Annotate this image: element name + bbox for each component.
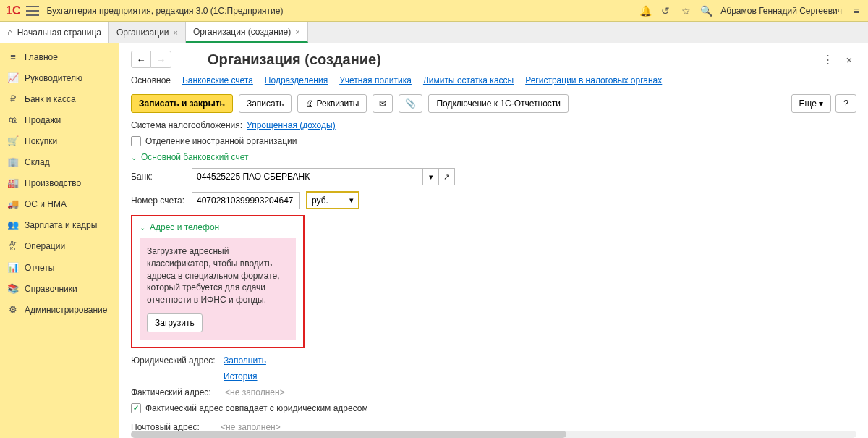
user-name[interactable]: Абрамов Геннадий Сергеевич [720,6,842,16]
connect-reporting-button[interactable]: Подключение к 1С-Отчетности [428,94,569,113]
sidebar-item-bank[interactable]: ₽Банк и касса [0,88,119,109]
section-divisions[interactable]: Подразделения [265,75,328,87]
sidebar-item-purchases[interactable]: 🛒Покупки [0,130,119,151]
legal-address-label: Юридический адрес: [131,355,218,366]
attach-button[interactable]: 📎 [399,94,422,113]
sidebar-item-sales[interactable]: 🛍Продажи [0,109,119,130]
sidebar-item-label: ОС и НМА [25,199,67,209]
foreign-branch-checkbox[interactable] [131,136,141,146]
save-close-button[interactable]: Записать и закрыть [131,94,233,113]
sidebar-item-main[interactable]: ≡Главное [0,46,119,67]
foreign-branch-label: Отделение иностранной организации [145,136,297,146]
more-icon[interactable]: ⋮ [820,52,835,67]
sidebar-item-references[interactable]: 📚Справочники [0,278,119,299]
address-hint-text: Загрузите адресный классификатор, чтобы … [147,245,289,306]
dropdown-button[interactable]: ▾ [344,193,358,208]
sidebar-item-operations[interactable]: Дт КтОперации [0,235,119,257]
account-input[interactable] [192,192,300,209]
cart-icon: 🛒 [7,135,19,146]
actual-same-checkbox[interactable]: ✓ [131,403,141,413]
paperclip-icon: 📎 [405,98,416,109]
sidebar-item-reports[interactable]: 📊Отчеты [0,257,119,278]
star-icon[interactable]: ☆ [680,5,692,17]
load-classifier-button[interactable]: Загрузить [147,313,203,332]
tabbar: ⌂ Начальная страница Организации × Орган… [0,22,868,43]
section-bank-accounts[interactable]: Банковские счета [182,75,253,87]
open-button[interactable]: ↗ [439,168,455,185]
print-icon: 🖨 [305,98,316,109]
mail-icon: ✉ [379,98,386,109]
sidebar-item-warehouse[interactable]: 🏢Склад [0,151,119,172]
close-icon[interactable]: × [842,52,856,67]
address-hint-box: Загрузите адресный классификатор, чтобы … [140,238,296,340]
requisites-button[interactable]: 🖨 Реквизиты [297,94,367,113]
sidebar-item-label: Операции [25,241,65,251]
hamburger-icon[interactable] [26,6,39,16]
tab-organizations[interactable]: Организации × [109,22,186,43]
actual-same-label: Фактический адрес совпадает с юридически… [145,403,368,413]
section-cash-limits[interactable]: Лимиты остатка кассы [423,75,514,87]
books-icon: 📚 [7,283,19,294]
actual-address-value: <не заполнен> [225,387,285,397]
sidebar-item-manager[interactable]: 📈Руководителю [0,67,119,88]
bank-input[interactable] [192,168,423,185]
address-section-header[interactable]: ⌄ Адрес и телефон [140,222,296,232]
section-label: Адрес и телефон [150,222,219,232]
sidebar-item-label: Администрирование [25,305,107,315]
home-icon: ⌂ [7,27,13,38]
section-nav: Основное Банковские счета Подразделения … [131,75,856,87]
scrollbar-thumb[interactable] [131,431,566,438]
tax-system-link[interactable]: Упрощенная (доходы) [247,120,336,130]
tab-label: Организации [116,28,169,38]
bank-label: Банк: [131,172,186,182]
sidebar-item-assets[interactable]: 🚚ОС и НМА [0,193,119,214]
actual-address-label: Фактический адрес: [131,387,211,397]
sidebar-item-production[interactable]: 🏭Производство [0,172,119,193]
sidebar-item-admin[interactable]: ⚙Администрирование [0,299,119,320]
chevron-down-icon: ⌄ [131,153,137,161]
history-icon[interactable]: ↺ [660,5,671,17]
search-icon[interactable]: 🔍 [700,5,712,17]
tab-home[interactable]: ⌂ Начальная страница [0,22,109,43]
bars-icon: 📊 [7,262,19,273]
forward-button[interactable]: → [151,51,171,68]
sidebar-item-label: Отчеты [25,263,54,273]
fill-address-link[interactable]: Заполнить [224,355,266,366]
help-button[interactable]: ? [835,94,856,113]
menu-icon[interactable]: ≡ [851,5,862,17]
app-title: Бухгалтерия предприятия, редакция 3.0 (1… [46,6,283,16]
bell-icon[interactable]: 🔔 [639,5,651,17]
save-button[interactable]: Записать [239,94,292,113]
building-icon: 🏢 [7,156,19,167]
truck-icon: 🚚 [7,198,19,209]
section-accounting-policy[interactable]: Учетная политика [339,75,412,87]
dropdown-button[interactable]: ▾ [423,168,439,185]
horizontal-scrollbar[interactable] [131,431,856,438]
sidebar-item-label: Производство [25,178,81,188]
more-button[interactable]: Еще ▾ [791,94,832,113]
history-link[interactable]: История [224,371,258,382]
chevron-down-icon: ▾ [819,98,823,109]
sidebar-item-label: Главное [25,52,58,62]
page-title: Организация (создание) [208,51,381,68]
section-label: Основной банковский счет [141,152,248,162]
currency-input[interactable]: ▾ [306,191,359,209]
account-label: Номер счета: [131,195,186,206]
close-icon[interactable]: × [295,28,299,36]
close-icon[interactable]: × [174,28,178,37]
back-button[interactable]: ← [131,51,151,68]
sidebar-item-hr[interactable]: 👥Зарплата и кадры [0,214,119,235]
tab-org-create[interactable]: Организация (создание) × [186,22,308,43]
address-highlight-box: ⌄ Адрес и телефон Загрузите адресный кла… [131,215,305,348]
factory-icon: 🏭 [7,177,19,188]
content: ← → Организация (создание) ⋮ × Основное … [119,43,868,438]
sidebar-item-label: Склад [25,157,50,167]
topbar: 1С Бухгалтерия предприятия, редакция 3.0… [0,0,868,22]
section-tax-registrations[interactable]: Регистрации в налоговых органах [525,75,662,87]
bank-section-header[interactable]: ⌄ Основной банковский счет [131,152,856,162]
logo-1c: 1С [6,4,20,17]
section-main[interactable]: Основное [131,75,171,87]
currency-field[interactable] [307,193,344,208]
sidebar-item-label: Продажи [25,115,61,125]
mail-button[interactable]: ✉ [373,94,393,113]
